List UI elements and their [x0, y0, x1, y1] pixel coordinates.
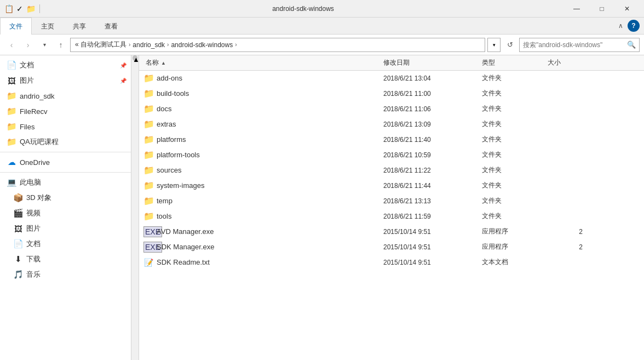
sidebar-item-download[interactable]: ⬇ 下载 — [0, 252, 131, 267]
sidebar-item-files[interactable]: 📁 Files — [0, 119, 131, 134]
sidebar-item-onedrive-label: OneDrive — [20, 158, 50, 167]
chevron-down-icon: ▾ — [493, 42, 496, 48]
sidebar-item-andrio[interactable]: 📁 andrio_sdk — [0, 88, 131, 104]
tab-view[interactable]: 查看 — [95, 18, 127, 35]
file-type: 文件夹 — [478, 135, 543, 144]
sidebar-scrollbar[interactable]: ▲ — [131, 55, 139, 360]
sidebar-item-qa[interactable]: 📁 QA玩吧课程 — [0, 134, 131, 150]
table-row[interactable]: 📁 system-images 2018/6/21 11:44 文件夹 — [139, 178, 644, 193]
file-icon: EXE — [143, 227, 153, 236]
onedrive-icon: ☁ — [7, 157, 16, 167]
table-row[interactable]: 📁 docs 2018/6/21 11:06 文件夹 — [139, 101, 644, 117]
table-row[interactable]: EXE AVD Manager.exe 2015/10/14 9:51 应用程序… — [139, 224, 644, 239]
file-icon: 📁 — [143, 73, 153, 83]
sidebar-item-pic[interactable]: 🖼 图片 — [0, 221, 131, 236]
col-header-name[interactable]: 名称 ▲ — [143, 58, 379, 67]
sidebar-item-documents[interactable]: 📄 文档 📌 — [0, 58, 131, 73]
refresh-button[interactable]: ↺ — [503, 38, 517, 52]
file-name: extras — [157, 120, 176, 128]
table-row[interactable]: 📁 add-ons 2018/6/21 13:04 文件夹 — [139, 71, 644, 86]
sidebar-item-onedrive[interactable]: ☁ OneDrive — [0, 155, 131, 170]
sidebar-item-video-label: 视频 — [26, 208, 41, 218]
file-icon: 📁 — [143, 196, 153, 206]
col-header-size[interactable]: 大小 — [543, 58, 587, 67]
sidebar-item-download-label: 下载 — [26, 254, 41, 264]
sidebar-item-music-label: 音乐 — [26, 270, 41, 279]
separator — [39, 4, 40, 13]
table-row[interactable]: 📁 platform-tools 2018/6/21 10:59 文件夹 — [139, 147, 644, 163]
ribbon-expand-icon[interactable]: ∧ — [618, 22, 623, 30]
sidebar-item-files-label: Files — [20, 123, 34, 131]
table-row[interactable]: 📁 extras 2018/6/21 13:09 文件夹 — [139, 117, 644, 132]
sidebar-item-filerecv-label: FileRecv — [20, 107, 48, 116]
col-header-type[interactable]: 类型 — [478, 58, 543, 67]
file-date: 2018/6/21 13:04 — [379, 75, 478, 82]
tab-home[interactable]: 主页 — [32, 18, 64, 35]
file-list: 📁 add-ons 2018/6/21 13:04 文件夹 📁 build-to… — [139, 71, 644, 360]
sidebar-item-documents-label: 文档 — [20, 60, 34, 70]
nav-up-button[interactable]: ↑ — [54, 38, 68, 52]
doc-icon: 📄 — [13, 239, 23, 249]
path-root: « 自动化测试工具 — [75, 40, 127, 49]
column-header-row: 名称 ▲ 修改日期 类型 大小 — [139, 55, 644, 71]
sidebar-item-video[interactable]: 🎬 视频 — [0, 205, 131, 221]
file-name-cell: 📁 tools — [143, 211, 379, 221]
tab-file[interactable]: 文件 — [0, 18, 32, 35]
sidebar-item-pictures[interactable]: 🖼 图片 📌 — [0, 73, 131, 88]
sidebar-item-doc-label: 文档 — [26, 239, 41, 249]
file-type: 文本文档 — [478, 258, 543, 267]
sidebar-item-filerecv[interactable]: 📁 FileRecv — [0, 104, 131, 119]
file-type: 文件夹 — [478, 73, 543, 83]
table-row[interactable]: 📁 temp 2018/6/21 13:13 文件夹 — [139, 193, 644, 209]
file-name-cell: 📁 platforms — [143, 134, 379, 145]
title-bar-icons: 📋 ✓ 📁 — [4, 4, 42, 13]
path-dropdown-button[interactable]: ▾ — [487, 38, 501, 52]
sidebar-item-pictures-label: 图片 — [20, 76, 34, 85]
sidebar-item-3d[interactable]: 📦 3D 对象 — [0, 190, 131, 205]
tab-share[interactable]: 共享 — [64, 18, 95, 35]
sidebar-item-music[interactable]: 🎵 音乐 — [0, 267, 131, 282]
nav-forward-button[interactable]: › — [21, 38, 35, 52]
file-name-cell: 📁 docs — [143, 104, 379, 114]
qa-folder-icon: 📁 — [7, 137, 16, 147]
maximize-button[interactable]: □ — [589, 0, 614, 18]
file-size: 2 — [543, 228, 587, 236]
table-row[interactable]: 📝 SDK Readme.txt 2015/10/14 9:51 文本文档 — [139, 255, 644, 270]
table-row[interactable]: 📁 tools 2018/6/21 11:59 文件夹 — [139, 209, 644, 224]
file-size: 2 — [543, 243, 587, 251]
minimize-button[interactable]: — — [564, 0, 589, 18]
sidebar-item-doc[interactable]: 📄 文档 — [0, 236, 131, 252]
file-date: 2018/6/21 11:44 — [379, 182, 478, 190]
close-button[interactable]: ✕ — [614, 0, 640, 18]
file-icon: 📁 — [143, 104, 153, 114]
file-icon: 📁 — [143, 134, 153, 145]
file-date: 2018/6/21 13:09 — [379, 121, 478, 128]
scroll-up-arrow[interactable]: ▲ — [133, 55, 137, 61]
file-name: platforms — [157, 135, 186, 144]
sidebar-divider-2 — [0, 172, 131, 173]
nav-dropdown-button[interactable]: ▾ — [37, 38, 51, 52]
sidebar-item-thispc[interactable]: 💻 此电脑 — [0, 175, 131, 190]
file-name-cell: 📁 sources — [143, 165, 379, 175]
address-path[interactable]: « 自动化测试工具 › andrio_sdk › android-sdk-win… — [70, 38, 485, 52]
table-row[interactable]: 📁 build-tools 2018/6/21 11:00 文件夹 — [139, 86, 644, 101]
ribbon: 文件 主页 共享 查看 ∧ ? — [0, 18, 644, 35]
file-name-cell: 📁 extras — [143, 119, 379, 129]
file-icon: 📁 — [143, 180, 153, 191]
table-row[interactable]: 📁 sources 2018/6/21 11:22 文件夹 — [139, 163, 644, 178]
file-name: system-images — [157, 181, 204, 190]
file-type: 文件夹 — [478, 165, 543, 175]
table-row[interactable]: 📁 platforms 2018/6/21 11:40 文件夹 — [139, 132, 644, 147]
search-input[interactable] — [523, 41, 625, 49]
help-button[interactable]: ? — [628, 20, 640, 32]
filerecv-folder-icon: 📁 — [7, 106, 16, 116]
download-icon: ⬇ — [13, 254, 23, 264]
file-date: 2015/10/14 9:51 — [379, 259, 478, 266]
andrio-folder-icon: 📁 — [7, 91, 16, 101]
file-name-cell: 📁 build-tools — [143, 88, 379, 99]
window-title: android-sdk-windows — [42, 5, 564, 13]
nav-back-button[interactable]: ‹ — [4, 38, 19, 52]
sidebar-item-andrio-label: andrio_sdk — [20, 92, 55, 100]
table-row[interactable]: EXE SDK Manager.exe 2015/10/14 9:51 应用程序… — [139, 239, 644, 255]
col-header-date[interactable]: 修改日期 — [379, 58, 478, 67]
